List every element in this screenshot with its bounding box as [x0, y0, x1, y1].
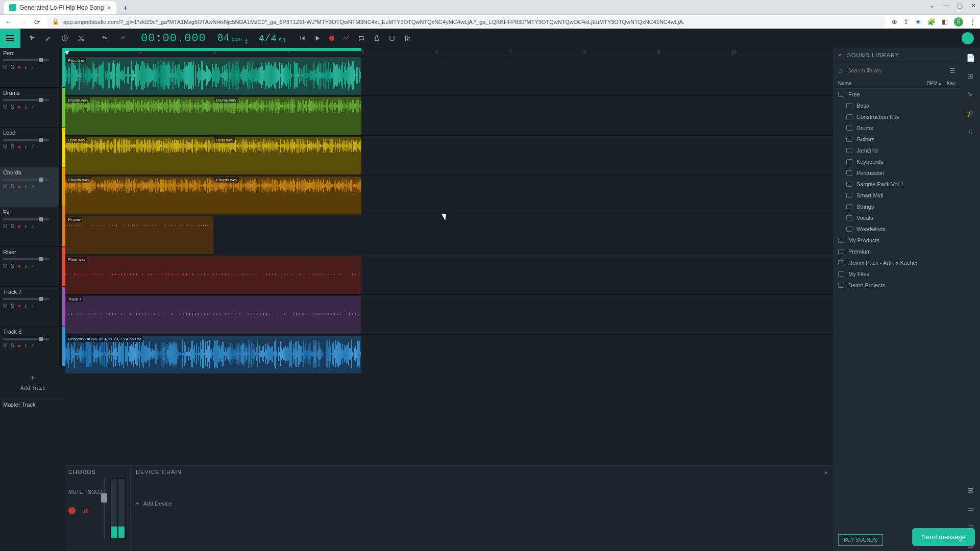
audio-clip[interactable]: Recorded Audio Jul 4, 2023, 1:24:56 PM [65, 336, 361, 373]
minimize-button[interactable]: — [943, 2, 949, 9]
library-folder[interactable]: Remix Pack - Artik x Kacher [833, 257, 961, 268]
track-header[interactable]: Riser M S ● ⫾ ↗ [0, 247, 65, 287]
track-header[interactable]: Perc M S ● ⫾ ↗ [0, 48, 65, 88]
automation-icon[interactable]: ↗ [31, 223, 35, 229]
pointer-tool[interactable] [29, 35, 36, 42]
library-folder[interactable]: JamGrid [833, 145, 961, 156]
track-volume-slider[interactable] [3, 59, 49, 61]
time-tool[interactable] [61, 35, 68, 42]
library-list[interactable]: FreeBassConstruction KitsDrumsGuitarsJam… [833, 89, 961, 529]
eq-icon[interactable]: ⫾ [24, 343, 27, 348]
track-volume-slider[interactable] [3, 179, 49, 181]
automation-icon[interactable]: ↗ [31, 104, 35, 110]
add-device-button[interactable]: + Add Device [136, 500, 828, 507]
menu-icon[interactable]: ⋮ [969, 18, 976, 26]
bpm-stepper[interactable]: ▲▼ [244, 38, 248, 44]
library-folder[interactable]: Strings [833, 201, 961, 212]
browser-tab[interactable]: Generated Lo-Fi Hip Hop Song × [4, 1, 116, 14]
track-lane[interactable]: Fx.wav [65, 215, 833, 255]
filter-icon[interactable]: ☰ [949, 67, 955, 74]
arm-button[interactable]: ● [18, 223, 21, 229]
buy-sounds-button[interactable]: BUY SOUNDS [838, 534, 883, 546]
track-lane[interactable]: Track 7 [65, 295, 833, 335]
track-volume-slider[interactable] [3, 99, 49, 101]
col-name[interactable]: Name [838, 81, 926, 86]
close-window-button[interactable]: ✕ [971, 2, 976, 9]
mixer-icon[interactable] [404, 35, 411, 42]
arm-button[interactable]: ● [18, 343, 21, 348]
library-folder[interactable]: Guitars [833, 134, 961, 145]
master-track-header[interactable]: Master Track [0, 398, 65, 411]
back-button[interactable]: ← [4, 18, 13, 26]
solo-button[interactable]: S [11, 144, 14, 149]
automation-icon[interactable] [342, 35, 350, 42]
library-folder[interactable]: Woodwinds [833, 223, 961, 235]
track-volume-slider[interactable] [3, 139, 49, 141]
eq-icon[interactable]: ⫾ [24, 263, 27, 269]
library-folder[interactable]: Keyboards [833, 156, 961, 167]
record-button[interactable] [329, 36, 334, 41]
automation-icon[interactable]: ↗ [31, 303, 35, 309]
extensions-icon[interactable]: 🧩 [927, 18, 936, 26]
library-folder[interactable]: Drums [833, 122, 961, 134]
solo-button[interactable]: S [11, 184, 14, 189]
automation-icon[interactable]: ↗ [31, 64, 35, 70]
arm-button[interactable]: ● [18, 64, 21, 70]
solo-button[interactable]: S [11, 64, 14, 70]
audio-clip[interactable]: Chords.wav [213, 177, 361, 214]
reload-button[interactable]: ⟳ [33, 18, 42, 26]
track-lane[interactable]: Recorded Audio Jul 4, 2023, 1:24:56 PM [65, 335, 833, 374]
track-volume-slider[interactable] [3, 338, 49, 340]
automation-icon[interactable]: ↗ [31, 263, 35, 269]
pencil-tool[interactable] [45, 35, 52, 42]
track-lane[interactable]: Chords.wavChords.wav [65, 176, 833, 215]
track-header[interactable]: Fx M S ● ⫾ ↗ [0, 207, 65, 247]
cut-tool[interactable] [78, 35, 85, 42]
arm-button[interactable]: ● [18, 263, 21, 269]
audio-clip[interactable]: Lead.wav [65, 137, 213, 174]
view-icon[interactable]: ▭ [965, 503, 976, 514]
volume-fader[interactable] [101, 478, 107, 539]
audio-clip[interactable]: Drums.wav [213, 97, 361, 135]
track-header[interactable]: Track 7 M S ● ⫾ ↗ [0, 287, 65, 327]
col-bpm[interactable]: BPM▲ [926, 81, 943, 86]
time-signature-display[interactable]: 4/4 sig [253, 33, 290, 44]
audio-clip[interactable]: Riser.wav [65, 256, 361, 294]
track-header[interactable]: Lead M S ● ⫾ ↗ [0, 128, 65, 167]
library-close-button[interactable]: × [838, 52, 842, 58]
metronome-icon[interactable] [373, 35, 380, 42]
app-menu-button[interactable] [0, 29, 20, 48]
rewind-button[interactable] [299, 35, 306, 42]
sidepanel-icon[interactable]: ◧ [942, 18, 948, 26]
user-avatar[interactable] [962, 32, 974, 44]
library-folder[interactable]: Sample Pack Vol 1 [833, 179, 961, 190]
url-input[interactable]: 🔒 app.ampedstudio.com/?_gl=1*zkt20c*_ga*… [47, 16, 887, 28]
eq-icon[interactable]: ⫾ [24, 184, 27, 189]
playhead[interactable] [65, 51, 69, 55]
library-folder[interactable]: Free [833, 89, 961, 100]
track-header[interactable]: Chords M S ● ⫾ ↗ [0, 167, 65, 207]
new-tab-button[interactable]: + [119, 2, 132, 14]
arrange-view[interactable]: 2345678910 Perc.wavDrums.wavDrums.wavLea… [65, 48, 833, 551]
solo-button[interactable]: S [11, 263, 14, 269]
track-header[interactable]: Track 8 M S ● ⫾ ↗ [0, 327, 65, 366]
library-search-input[interactable] [847, 67, 945, 73]
audio-clip[interactable]: Chords.wav [65, 177, 213, 214]
audio-clip[interactable]: Lead.wav [213, 137, 361, 174]
eq-icon[interactable]: ⫾ [24, 223, 27, 229]
audio-clip[interactable]: Track 7 [65, 296, 361, 334]
automation-icon[interactable]: ↗ [31, 184, 35, 189]
snap-icon[interactable]: ⊟ [965, 485, 976, 496]
mute-button[interactable]: M [3, 64, 7, 70]
library-folder[interactable]: Bass [833, 100, 961, 111]
solo-button[interactable]: S [11, 343, 14, 348]
profile-avatar[interactable]: S [954, 17, 963, 27]
eq-icon[interactable]: ⫾ [24, 104, 27, 110]
solo-button[interactable]: S [11, 223, 14, 229]
library-folder[interactable]: Construction Kits [833, 111, 961, 122]
audio-clip[interactable]: Perc.wav [65, 57, 361, 95]
arm-button[interactable]: ● [18, 184, 21, 189]
bookmark-icon[interactable]: ★ [915, 18, 921, 26]
install-icon[interactable]: ⊕ [892, 18, 897, 26]
pen-icon[interactable]: ✎ [965, 89, 976, 100]
